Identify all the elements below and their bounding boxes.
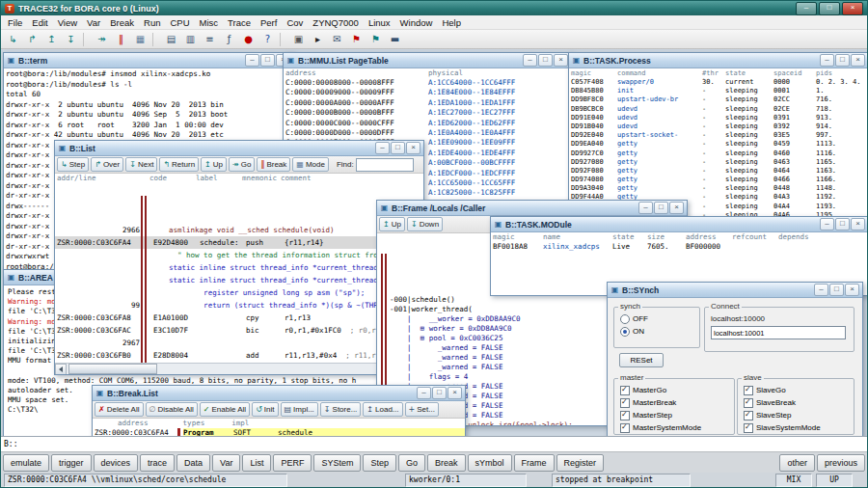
next-button[interactable]: ↧Next <box>125 157 157 172</box>
impl--button[interactable]: ▤Impl... <box>281 402 318 417</box>
mode-button[interactable]: ▦Mode <box>292 157 329 172</box>
close-button[interactable]: × <box>406 142 420 154</box>
window-titlebar[interactable]: ▣ B::SYnch –□× <box>608 283 862 298</box>
softkey-trace[interactable]: trace <box>140 454 175 472</box>
mode-icon[interactable]: ▦ <box>131 31 149 48</box>
softkey-perf[interactable]: PERF <box>273 454 312 472</box>
asm-row[interactable]: ZSR:0000:C03C6FA8E1A0100Dcpyr1,r13 <box>55 312 423 324</box>
pagetable-row[interactable]: C:0000:0000A000--0000AFFFA:1EDA1000--1ED… <box>285 98 569 108</box>
window-titlebar[interactable]: ▣ B::TASK.Process –□× <box>569 53 867 68</box>
maximize-button[interactable]: □ <box>260 54 275 67</box>
step-icon[interactable]: ↳ <box>4 31 22 48</box>
break-button[interactable]: ‖Break <box>257 157 290 172</box>
process-row[interactable]: DD9A3040getty-sleeping04481148. <box>571 184 866 193</box>
softkey-step[interactable]: Step <box>363 454 396 472</box>
minimize-button[interactable]: – <box>523 54 537 67</box>
softkey-data[interactable]: Data <box>176 454 210 472</box>
softkey-system[interactable]: SYStem <box>313 454 361 472</box>
horizontal-scrollbar[interactable] <box>55 363 423 374</box>
checkbox-mastersystemmode[interactable]: MasterSystemMode <box>620 423 734 434</box>
menu-cpu[interactable]: CPU <box>165 17 194 28</box>
flag-teal-icon[interactable]: ⚑ <box>366 31 385 48</box>
source-row[interactable]: register unsigned long sp asm ("sp"); <box>55 286 423 299</box>
menu-help[interactable]: Help <box>437 17 466 28</box>
minimize-button[interactable]: – <box>638 202 653 214</box>
source-row[interactable]: static inline struct thread_info *curren… <box>55 274 423 286</box>
menu-linux[interactable]: Linux <box>364 17 395 28</box>
maximize-button[interactable]: □ <box>538 54 553 67</box>
menu-cov[interactable]: Cov <box>282 17 308 28</box>
close-button[interactable]: × <box>851 54 865 67</box>
process-row[interactable]: DD927080getty-sleeping04631165. <box>571 158 866 167</box>
radio-on[interactable]: ON <box>620 327 699 338</box>
app-maximize-button[interactable]: □ <box>819 2 840 15</box>
slave-host-input[interactable] <box>711 326 846 339</box>
checkbox-slavesystemmode[interactable]: SlaveSystemMode <box>744 423 854 434</box>
go-icon[interactable]: ↠ <box>93 31 111 48</box>
radio-off[interactable]: OFF <box>620 314 699 325</box>
close-button[interactable]: × <box>554 54 568 67</box>
close-button[interactable]: × <box>448 387 462 399</box>
breakpoint-list-icon[interactable]: ● <box>239 31 258 48</box>
process-row[interactable]: DD91E040udevd-sleeping0391913. <box>571 114 866 122</box>
up-button[interactable]: ↥Up <box>201 157 227 172</box>
menu-perf[interactable]: Perf <box>256 17 282 28</box>
pagetable-row[interactable]: C:0000:0000B000--0000BFFFA:1EC27000--1EC… <box>285 108 569 118</box>
app-minimize-button[interactable]: – <box>796 2 817 15</box>
minimize-button[interactable]: – <box>820 218 834 230</box>
process-row[interactable]: DD9BF8C0upstart-udev-br-sleeping02CC716. <box>571 95 866 104</box>
disable-all-button[interactable]: ∅Disable All <box>146 402 198 417</box>
process-row[interactable]: DB845B80init-sleeping00011. <box>571 87 866 95</box>
checkbox-masterbreak[interactable]: MasterBreak <box>620 398 734 409</box>
menu-window[interactable]: Window <box>395 17 438 28</box>
scroll-left-button[interactable] <box>55 364 67 375</box>
softkey-devices[interactable]: devices <box>94 454 139 472</box>
checkbox-mastergo[interactable]: MasterGo <box>620 386 734 396</box>
set--button[interactable]: +Set... <box>405 402 439 417</box>
close-button[interactable]: × <box>851 218 865 230</box>
softkey-emulate[interactable]: emulate <box>3 454 49 472</box>
menu-run[interactable]: Run <box>139 17 165 28</box>
app-titlebar[interactable]: T TRACE32 for BORA core 0 (Linux) –□× <box>1 1 867 15</box>
source-row[interactable]: 99 return (struct thread_info *)(sp & ~(… <box>55 299 423 312</box>
maximize-button[interactable]: □ <box>432 387 447 399</box>
find-input[interactable] <box>356 158 414 172</box>
flag-red-icon[interactable]: ⚑ <box>347 31 366 48</box>
softkey-register[interactable]: Register <box>556 454 605 472</box>
register-window-icon[interactable]: ≡ <box>201 31 219 48</box>
softkey-break[interactable]: Break <box>427 454 466 472</box>
init-button[interactable]: ↺Init <box>252 402 278 417</box>
source-row[interactable]: static inline struct thread_info *curren… <box>55 261 423 274</box>
app-close-button[interactable]: × <box>842 2 863 15</box>
over-button[interactable]: ↱Over <box>91 157 123 172</box>
enable-all-button[interactable]: ✓Enable All <box>200 402 250 417</box>
softkey-symbol[interactable]: sYmbol <box>468 454 512 472</box>
menu-view[interactable]: View <box>53 17 82 28</box>
command-line[interactable]: B:: <box>1 436 867 451</box>
menu-misc[interactable]: Misc <box>195 17 224 28</box>
maximize-button[interactable]: □ <box>835 218 850 230</box>
source-row[interactable]: 2966asmlinkage void __sched schedule(voi… <box>55 224 423 236</box>
step-return-icon[interactable]: ↧ <box>62 31 80 48</box>
menu-file[interactable]: File <box>3 17 27 28</box>
down-button[interactable]: ↧Down <box>407 217 443 231</box>
list-window-icon[interactable]: ▤ <box>162 31 180 48</box>
close-button[interactable]: × <box>669 202 684 214</box>
process-row[interactable]: DD92F080getty-sleeping04641163. <box>571 167 866 176</box>
asm-row[interactable]: ZSR:0000:C03C6FA4E92D4800schedule:push{r… <box>55 236 423 249</box>
softkey-go[interactable]: Go <box>398 454 425 472</box>
source-row[interactable]: " how to get the thread information stru… <box>55 249 423 261</box>
checkbox-masterstep[interactable]: MasterStep <box>620 411 734 421</box>
maximize-button[interactable]: □ <box>829 284 844 296</box>
checkbox-slavego[interactable]: SlaveGo <box>744 386 854 396</box>
scrollbar-thumb[interactable] <box>68 364 157 374</box>
process-row[interactable]: DD92E040upstart-socket--sleeping03E5997. <box>571 131 866 140</box>
close-button[interactable]: × <box>845 284 859 296</box>
softkey-frame[interactable]: Frame <box>514 454 555 472</box>
help-icon[interactable]: ? <box>258 31 277 48</box>
breakpoint-row[interactable]: ZSR:0000:C03C6FA4ProgramSOFTschedule <box>93 428 465 436</box>
window-titlebar[interactable]: ▣ B::List –□× <box>55 141 423 156</box>
window-titlebar[interactable]: ▣ B::MMU.List PageTable –□× <box>284 53 571 68</box>
store--button[interactable]: ↧Store... <box>320 402 362 417</box>
menu-zynq7000[interactable]: ZYNQ7000 <box>308 17 364 28</box>
